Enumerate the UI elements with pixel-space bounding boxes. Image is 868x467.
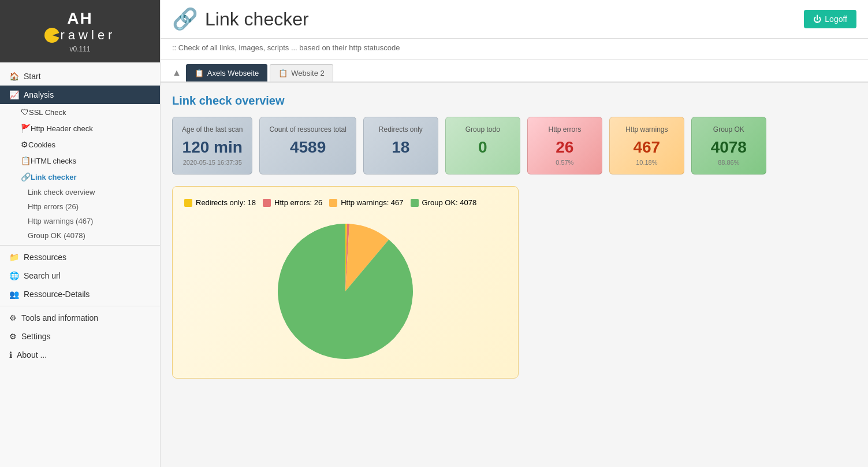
legend-ok: Group OK: 4078	[411, 198, 477, 207]
stat-cards: Age of the last scan 120 min 2020-05-15 …	[172, 117, 856, 175]
card-http-errors: Http errors 26 0.57%	[527, 117, 602, 175]
settings-icon: ⚙	[9, 332, 17, 341]
logo-letters: AH	[9, 9, 151, 28]
card-age: Age of the last scan 120 min 2020-05-15 …	[172, 117, 252, 175]
section-title: Link check overview	[172, 94, 856, 108]
legend-dot-redirects	[184, 199, 192, 207]
card-redirects-label: Redirects only	[373, 125, 429, 134]
logoff-label: Logoff	[825, 14, 847, 24]
main-content: 🔗 Link checker ⏻ Logoff :: Check of all …	[161, 0, 868, 467]
card-redirects: Redirects only 18	[363, 117, 438, 175]
legend-errors: Http errors: 26	[263, 198, 322, 207]
sidebar-item-resource-details[interactable]: 👥 Ressource-Details	[0, 285, 160, 303]
sidebar-tools-label: Tools and information	[21, 313, 98, 323]
sidebar-group-ok-label: Group OK (4078)	[28, 231, 85, 240]
tab-website2[interactable]: 📋 Website 2	[270, 64, 333, 81]
sidebar-resource-details-label: Ressource-Details	[24, 290, 90, 299]
sidebar-navigation: 🏠 Start 📈 Analysis 🛡 SSL Check 🚩 Http He…	[0, 62, 160, 369]
tab-axels-webseite[interactable]: 📋 Axels Webseite	[186, 64, 267, 81]
legend-ok-label: Group OK: 4078	[422, 198, 477, 207]
resources-icon: 📁	[9, 253, 19, 262]
card-total-value: 4589	[269, 138, 346, 157]
card-age-value: 120 min	[182, 138, 243, 157]
subtitle-bar: :: Check of all links, images, scripts .…	[161, 39, 868, 60]
card-warnings-value: 467	[619, 138, 675, 157]
sidebar-item-html-checks[interactable]: 📋 HTML checks	[0, 153, 160, 169]
link-chain-icon: 🔗	[172, 7, 198, 31]
sidebar-item-http-errors[interactable]: Http errors (26)	[0, 199, 160, 214]
people-icon: 👥	[9, 290, 19, 299]
cookie-icon: ⚙	[21, 140, 28, 149]
sidebar-http-warnings-label: Http warnings (467)	[28, 217, 93, 225]
card-ok-sub: 88.86%	[701, 159, 757, 166]
legend-warnings-label: Http warnings: 467	[341, 198, 403, 207]
app-logo: AH rawler v0.111	[0, 0, 160, 62]
sidebar-item-link-checker[interactable]: 🔗 Link checker	[0, 169, 160, 185]
sidebar-item-about[interactable]: ℹ About ...	[0, 346, 160, 364]
card-ok-label: Group OK	[701, 125, 757, 134]
sidebar-item-start[interactable]: 🏠 Start	[0, 67, 160, 86]
pie-slice-group-ok	[278, 224, 413, 359]
sidebar-item-ssl-check[interactable]: 🛡 SSL Check	[0, 104, 160, 120]
legend-redirects: Redirects only: 18	[184, 198, 256, 207]
card-errors-sub: 0.57%	[537, 159, 593, 166]
sidebar-item-start-label: Start	[24, 72, 41, 81]
content-area: Link check overview Age of the last scan…	[161, 83, 868, 390]
sidebar-ssl-label: SSL Check	[29, 108, 66, 117]
page-title: Link checker	[205, 9, 309, 30]
legend-redirects-label: Redirects only: 18	[196, 198, 256, 207]
sidebar-link-checker-label: Link checker	[31, 173, 77, 181]
card-todo: Group todo 0	[445, 117, 520, 175]
sidebar-item-cookies[interactable]: ⚙ Cookies	[0, 136, 160, 153]
sidebar-item-analysis[interactable]: 📈 Analysis	[0, 86, 160, 104]
card-age-label: Age of the last scan	[182, 125, 243, 134]
sidebar-item-http-header[interactable]: 🚩 Http Header check	[0, 120, 160, 136]
pie-chart	[270, 216, 420, 366]
shield-icon: 🛡	[21, 108, 29, 117]
legend-warnings: Http warnings: 467	[329, 198, 403, 207]
app-version: v0.111	[9, 45, 151, 53]
pie-chart-container	[184, 216, 506, 366]
tab2-label: Website 2	[291, 69, 325, 77]
sidebar-item-group-ok[interactable]: Group OK (4078)	[0, 228, 160, 243]
tab1-icon: 📋	[195, 69, 204, 77]
card-warnings-label: Http warnings	[619, 125, 675, 134]
tab-up-arrow[interactable]: ▲	[172, 68, 181, 78]
sidebar-item-http-warnings[interactable]: Http warnings (467)	[0, 214, 160, 228]
legend-dot-errors	[263, 199, 271, 207]
logo-crawler: rawler	[9, 28, 151, 43]
sidebar: AH rawler v0.111 🏠 Start 📈 Analysis 🛡 SS…	[0, 0, 161, 467]
sidebar-resources-label: Ressources	[24, 253, 66, 262]
card-ok-value: 4078	[701, 138, 757, 157]
legend-errors-label: Http errors: 26	[274, 198, 322, 207]
card-http-warnings: Http warnings 467 10.18%	[609, 117, 684, 175]
card-todo-value: 0	[455, 138, 511, 157]
sidebar-about-label: About ...	[17, 350, 47, 359]
legend-dot-ok	[411, 199, 419, 207]
globe-icon: 🌐	[9, 271, 19, 280]
html-icon: 📋	[21, 156, 31, 165]
card-group-ok: Group OK 4078 88.86%	[691, 117, 766, 175]
chart-legend: Redirects only: 18 Http errors: 26 Http …	[184, 198, 506, 207]
tabs-bar: ▲ 📋 Axels Webseite 📋 Website 2	[161, 60, 868, 83]
analysis-icon: 📈	[9, 90, 19, 99]
pacman-icon	[44, 28, 59, 43]
sidebar-item-settings[interactable]: ⚙ Settings	[0, 327, 160, 346]
top-bar: 🔗 Link checker ⏻ Logoff	[161, 0, 868, 39]
sidebar-item-tools[interactable]: ⚙ Tools and information	[0, 309, 160, 327]
card-total: Count of ressources total 4589	[259, 117, 356, 175]
sidebar-item-resources[interactable]: 📁 Ressources	[0, 248, 160, 266]
card-todo-label: Group todo	[455, 125, 511, 134]
card-total-label: Count of ressources total	[269, 125, 346, 134]
card-warnings-sub: 10.18%	[619, 159, 675, 166]
sidebar-item-link-check-overview[interactable]: Link check overview	[0, 185, 160, 199]
sidebar-settings-label: Settings	[21, 332, 51, 341]
logoff-button[interactable]: ⏻ Logoff	[804, 10, 856, 28]
home-icon: 🏠	[9, 72, 19, 81]
sidebar-item-search-url[interactable]: 🌐 Search url	[0, 266, 160, 285]
card-redirects-value: 18	[373, 138, 429, 157]
info-icon: ℹ	[9, 350, 12, 359]
sidebar-cookies-label: Cookies	[28, 140, 55, 149]
sidebar-overview-label: Link check overview	[28, 188, 95, 197]
tab2-icon: 📋	[278, 69, 288, 77]
